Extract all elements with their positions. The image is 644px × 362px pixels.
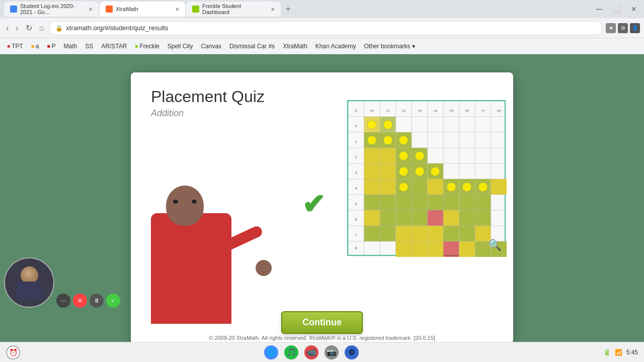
svg-text:+0: +0	[370, 109, 374, 113]
svg-text:0: 0	[355, 109, 357, 113]
bookmark-label-arstar: AR/STAR	[101, 43, 127, 50]
tpt-icon: ■	[7, 43, 10, 49]
bookmark-khan[interactable]: Khan Academy	[312, 42, 359, 51]
bookmark-pinterest[interactable]: ■ P	[44, 42, 58, 51]
media-dots-button[interactable]: ···	[56, 294, 70, 308]
taskbar-spotify-icon[interactable]: 🎵	[284, 345, 298, 359]
svg-rect-11	[364, 163, 380, 179]
svg-rect-29	[428, 195, 444, 210]
tab-favicon-freckle	[192, 6, 199, 13]
bookmark-label-ss: SS	[85, 43, 93, 50]
bookmark-other[interactable]: Other bookmarks ▾	[361, 42, 418, 51]
svg-text:+4: +4	[433, 109, 437, 113]
svg-rect-49	[396, 241, 412, 257]
svg-text:7: 7	[355, 233, 357, 237]
bookmark-xtramath[interactable]: XtraMath	[280, 42, 310, 51]
minimize-button[interactable]: ─	[593, 4, 605, 15]
copyright-text: © 2009-20 XtraMath. All rights reserved.…	[209, 335, 435, 341]
window-controls: ─ ⬜ ✕	[593, 4, 640, 15]
maximize-button[interactable]: ⬜	[609, 5, 624, 13]
taskbar-camera-icon[interactable]: 📷	[325, 345, 339, 359]
svg-point-67	[447, 183, 456, 192]
refresh-button[interactable]: ↻	[24, 21, 34, 35]
taskbar-settings-icon[interactable]: ⚙	[345, 345, 359, 359]
bookmark-math[interactable]: Math	[61, 42, 80, 51]
page-wrapper: Student Log-ins 2020-2021 - Go... ✕ Xtra…	[0, 0, 644, 362]
svg-rect-24	[491, 179, 507, 195]
tab-xtramath[interactable]: XtraMath ✕	[100, 2, 185, 17]
home-button[interactable]: ⌂	[37, 22, 46, 35]
tab-close-freckle[interactable]: ✕	[271, 7, 275, 12]
bookmark-label-khan: Khan Academy	[315, 43, 356, 50]
pinterest-icon: ■	[47, 43, 50, 49]
svg-text:3: 3	[355, 171, 357, 174]
extensions-icon[interactable]: ⚙	[618, 23, 628, 33]
media-close-button[interactable]: ✕	[73, 294, 87, 308]
svg-point-65	[431, 167, 440, 176]
taskbar-chrome-icon[interactable]: 🌐	[264, 345, 278, 359]
back-button[interactable]: ‹	[4, 22, 11, 35]
bookmark-label-spellcity: Spell City	[168, 43, 193, 50]
svg-rect-46	[443, 226, 459, 241]
webcam-person	[5, 258, 53, 307]
taskbar-center: 🌐 🎵 📹 📷 ⚙	[264, 345, 359, 359]
svg-text:4: 4	[355, 187, 357, 190]
bookmark-label-tpt: TPT	[12, 43, 23, 50]
svg-text:2: 2	[355, 155, 357, 159]
media-check-button[interactable]: ✓	[106, 294, 120, 308]
svg-rect-40	[475, 210, 491, 226]
bookmark-amazon[interactable]: ■ a	[28, 42, 42, 51]
tab-favicon-google	[10, 6, 17, 13]
bookmark-spellcity[interactable]: Spell City	[165, 42, 196, 51]
tab-google[interactable]: Student Log-ins 2020-2021 - Go... ✕	[4, 2, 99, 17]
teacher-hand	[256, 260, 272, 276]
profile-icon[interactable]: 👤	[630, 23, 640, 33]
svg-rect-52	[443, 241, 459, 257]
bookmark-dismissal[interactable]: Dismissal Car #s	[226, 42, 278, 51]
system-clock-icon: ⏰	[6, 345, 20, 359]
url-text: xtramath.org/#/student/quiz_results	[66, 24, 168, 32]
bookmark-freckle[interactable]: ■ Freckle	[132, 42, 162, 51]
zoom-icon[interactable]: 🔍	[488, 239, 502, 252]
bookmark-label-pinterest: P	[52, 43, 56, 50]
svg-text:+6: +6	[465, 109, 469, 113]
svg-rect-12	[380, 163, 396, 179]
quiz-grid-container[interactable]: 0 +0 +1 +2 +3 +4 +5 +6 +7 +8 0 1 2	[347, 100, 506, 256]
taskbar-meet-icon[interactable]: 📹	[304, 345, 318, 359]
tab-favicon-xtramath	[106, 6, 113, 13]
svg-rect-32	[475, 195, 491, 210]
svg-rect-33	[364, 210, 380, 226]
svg-text:+2: +2	[401, 109, 406, 113]
tab-freckle[interactable]: Freckle Student Dashboard ✕	[186, 2, 281, 17]
svg-rect-31	[459, 195, 475, 210]
webcam-feed	[4, 257, 54, 308]
svg-point-61	[399, 151, 408, 160]
new-tab-button[interactable]: +	[282, 5, 294, 14]
bookmark-arstar[interactable]: AR/STAR	[98, 42, 130, 51]
svg-rect-47	[459, 226, 475, 241]
bookmark-tpt[interactable]: ■ TPT	[4, 42, 26, 51]
bookmark-ss[interactable]: SS	[82, 42, 96, 51]
teacher-area	[131, 173, 282, 324]
continue-button[interactable]: Continue	[281, 311, 363, 334]
svg-point-69	[478, 183, 488, 192]
media-pause-button[interactable]: ⏸	[90, 294, 104, 308]
bookmark-star-icon[interactable]: ★	[606, 23, 616, 33]
teacher-head	[166, 186, 204, 226]
webcam-body	[17, 282, 42, 299]
forward-button[interactable]: ›	[14, 22, 20, 35]
svg-rect-41	[364, 226, 380, 241]
svg-rect-34	[380, 210, 396, 226]
svg-rect-43	[396, 226, 412, 241]
pause-icon: ⏸	[94, 297, 100, 304]
address-bar[interactable]: 🔒 xtramath.org/#/student/quiz_results	[49, 21, 603, 35]
svg-text:1: 1	[355, 140, 357, 143]
close-button[interactable]: ✕	[628, 5, 640, 13]
svg-text:+1: +1	[386, 109, 390, 113]
tab-close-google[interactable]: ✕	[89, 7, 93, 12]
tab-close-xtramath[interactable]: ✕	[175, 7, 179, 12]
svg-rect-50	[412, 241, 428, 257]
svg-rect-25	[364, 195, 380, 210]
svg-rect-30	[443, 195, 459, 210]
bookmark-canvas[interactable]: Canvas	[198, 42, 224, 51]
